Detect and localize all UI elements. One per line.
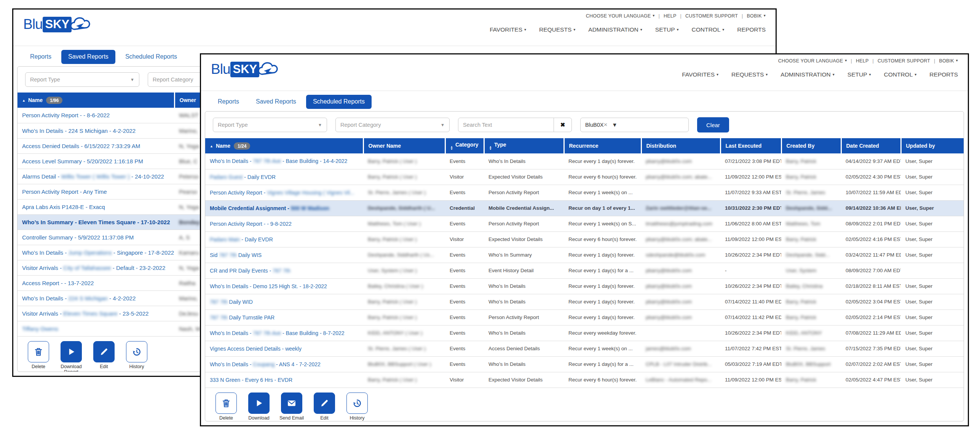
table-row[interactable]: Padaro Main - Daily EVDRBarry, Patrick (… xyxy=(205,231,964,247)
nav-item-help[interactable]: HELP xyxy=(664,13,676,19)
report-name-link[interactable]: Visitor Arrivals - City of Tallahassee -… xyxy=(18,260,174,275)
report-name-link[interactable]: Person Activity Report - Vignes Village … xyxy=(205,185,363,200)
report-name-link[interactable]: Controller Summary - 5/9/2022 11:37:08 P… xyxy=(18,230,174,245)
nav-item-favorites[interactable]: FAVORITES▾ xyxy=(490,26,526,33)
report-name-link[interactable]: Access Level Summary - 5/20/2022 1:16:18… xyxy=(18,153,174,169)
nav-item-choose-your-language[interactable]: CHOOSE YOUR LANGUAGE▾ xyxy=(586,13,655,19)
report-name-link[interactable]: Apra Labs Axis P1428-E - Exacq xyxy=(18,199,174,214)
nav-item-bobik[interactable]: BOBIK▾ xyxy=(939,58,958,64)
column-header-name[interactable]: ▲Name1/24 xyxy=(205,138,363,153)
table-row[interactable]: Person Activity Report - Vignes Village … xyxy=(205,185,964,200)
report-name-link[interactable]: Alarms Detail - Willis Tower ( Willis To… xyxy=(18,169,174,184)
table-row[interactable]: Who’s In Details - Coupang - ANS 4 - 7-2… xyxy=(205,356,964,372)
report-name-link[interactable]: Who’s In Details - 787 7th Ave - Base Bu… xyxy=(205,153,363,169)
tab-scheduled-reports[interactable]: Scheduled Reports xyxy=(118,50,184,64)
table-row[interactable]: Mobile Credential Assignment - 500 W Mad… xyxy=(205,200,964,216)
delete-button[interactable] xyxy=(28,341,49,362)
table-row[interactable]: Who’s In Details - 787 7th Ave - Base Bu… xyxy=(205,153,964,169)
download-report-button[interactable] xyxy=(248,393,270,414)
report-name-link[interactable]: 787 7th Daily WID xyxy=(205,294,363,310)
report-type-select[interactable]: Report Type ▼ xyxy=(213,118,327,132)
table-row[interactable]: 333 N Green - Every 6 Hrs - EVDRBarry, P… xyxy=(205,372,964,388)
table-row[interactable]: 787 7th Daily WIDBarry, Patrick ( User )… xyxy=(205,294,964,310)
report-name-link[interactable]: Person Activity Report - Any Time xyxy=(18,184,174,199)
report-name-link[interactable]: Padaro Main - Daily EVDR xyxy=(205,231,363,247)
tab-reports[interactable]: Reports xyxy=(23,50,58,64)
column-header-updated-by[interactable]: Updated by xyxy=(901,138,964,153)
report-name-link[interactable]: 333 N Green - Every 6 Hrs - EVDR xyxy=(205,372,363,388)
report-type-select[interactable]: Report Type ▼ xyxy=(25,72,139,87)
nav-item-requests[interactable]: REQUESTS▾ xyxy=(731,71,768,78)
download-report-button[interactable] xyxy=(61,341,82,362)
nav-item-setup[interactable]: SETUP▾ xyxy=(848,71,871,78)
report-name-link[interactable]: Vignes Access Denied Details - weekly xyxy=(205,341,363,356)
report-name-link[interactable]: Access Report - - 13-7-2022 xyxy=(18,275,174,290)
report-name-link[interactable]: Who’s In Details - 787 7th Ave - Base Bu… xyxy=(205,325,363,341)
tab-scheduled-reports[interactable]: Scheduled Reports xyxy=(306,95,372,109)
column-header-owner-name[interactable]: Owner Name xyxy=(363,138,445,153)
nav-item-setup[interactable]: SETUP▾ xyxy=(655,26,679,33)
report-name-link[interactable]: Who’s In Summary - Eleven Times Square -… xyxy=(18,214,174,230)
report-name-link[interactable]: Mobile Credential Assignment - 500 W Mad… xyxy=(205,200,363,216)
edit-button[interactable] xyxy=(93,341,115,362)
column-header-category[interactable]: ▲▼Category xyxy=(445,138,484,153)
report-name-link[interactable]: Padaro Guest - Daily EVDR xyxy=(205,169,363,185)
clear-filters-button[interactable]: Clear xyxy=(697,117,729,132)
nav-item-customer-support[interactable]: CUSTOMER SUPPORT xyxy=(685,13,738,19)
report-name-link[interactable]: Who’s In Details - Demo 125 High St. - 1… xyxy=(205,278,363,294)
nav-item-choose-your-language[interactable]: CHOOSE YOUR LANGUAGE▾ xyxy=(778,58,847,64)
column-header-distribution[interactable]: Distribution xyxy=(641,138,720,153)
tab-saved-reports[interactable]: Saved Reports xyxy=(249,95,303,109)
nav-item-control[interactable]: CONTROL▾ xyxy=(692,26,725,33)
nav-item-bobik[interactable]: BOBIK▾ xyxy=(747,13,766,19)
table-row[interactable]: Padaro Guest - Daily EVDRBarry, Patrick … xyxy=(205,169,964,185)
nav-item-administration[interactable]: ADMINISTRATION▾ xyxy=(588,26,642,33)
report-name-link[interactable]: Access Denied Details - 6/15/2022 7:33:2… xyxy=(18,138,174,153)
table-row[interactable]: Who’s In Details - 787 7th Ave - Base Bu… xyxy=(205,325,964,341)
report-name-link[interactable]: Tiffany Owens xyxy=(18,321,174,336)
clear-search-button[interactable]: ✖ xyxy=(554,118,572,132)
delete-button[interactable] xyxy=(215,393,237,414)
table-row[interactable]: Person Activity Report - - 9-8-2022Matth… xyxy=(205,216,964,231)
nav-item-requests[interactable]: REQUESTS▾ xyxy=(539,26,575,33)
tab-saved-reports[interactable]: Saved Reports xyxy=(61,50,115,64)
column-header-recurrence[interactable]: Recurrence xyxy=(564,138,641,153)
report-name-link[interactable]: Who’s In Details - 224 S Michigan - 4-2-… xyxy=(18,123,174,138)
report-name-link[interactable]: Who’s In Details - 224 S Michigan - 4-2-… xyxy=(18,290,174,306)
nav-item-help[interactable]: HELP xyxy=(856,58,868,64)
column-header-name[interactable]: ▲Name1/96 xyxy=(18,93,174,108)
table-row[interactable]: Sid 787 7th Daily WISDeshpande, Siddhart… xyxy=(205,247,964,263)
report-name-link[interactable]: 787 7th Daily Turnstile PAR xyxy=(205,310,363,325)
tab-reports[interactable]: Reports xyxy=(211,95,246,109)
company-select[interactable]: BluB0X ×▼ xyxy=(580,118,689,132)
nav-item-reports[interactable]: REPORTS xyxy=(737,26,766,33)
nav-item-customer-support[interactable]: CUSTOMER SUPPORT xyxy=(878,58,930,64)
redacted-text: Barry, Patrick xyxy=(786,299,816,305)
nav-item-administration[interactable]: ADMINISTRATION▾ xyxy=(780,71,835,78)
column-header-date-created[interactable]: Date Created xyxy=(841,138,901,153)
nav-item-favorites[interactable]: FAVORITES▾ xyxy=(682,71,718,78)
history-button[interactable] xyxy=(346,393,368,414)
report-name-link[interactable]: Who’s In Details - Coupang - ANS 4 - 7-2… xyxy=(205,356,363,372)
edit-button[interactable] xyxy=(314,393,335,414)
column-header-created-by[interactable]: Created By xyxy=(781,138,841,153)
report-name-link[interactable]: Sid 787 7th Daily WIS xyxy=(205,247,363,263)
nav-item-reports[interactable]: REPORTS xyxy=(929,71,958,78)
report-category-select[interactable]: Report Category ▼ xyxy=(335,118,450,132)
history-button[interactable] xyxy=(126,341,147,362)
report-name-link[interactable]: Who’s In Details - Jump Operations - Sin… xyxy=(18,245,174,260)
clear-selection-icon[interactable]: × xyxy=(603,121,607,129)
search-input[interactable] xyxy=(458,118,554,132)
report-name-link[interactable]: Visitor Arrivals - Eleven Times Square -… xyxy=(18,306,174,321)
report-name-link[interactable]: Person Activity Report - - 8-6-2022 xyxy=(18,108,174,123)
nav-item-control[interactable]: CONTROL▾ xyxy=(884,71,917,78)
column-header-last-executed[interactable]: Last Executed xyxy=(720,138,781,153)
report-name-link[interactable]: CR and PR Daily Events - 787 7th xyxy=(205,263,363,278)
table-row[interactable]: CR and PR Daily Events - 787 7thUser, Sy… xyxy=(205,263,964,278)
table-row[interactable]: Who’s In Details - Demo 125 High St. - 1… xyxy=(205,278,964,294)
report-name-link[interactable]: Person Activity Report - - 9-8-2022 xyxy=(205,216,363,231)
column-header-type[interactable]: ▲▼Type xyxy=(484,138,564,153)
table-row[interactable]: Vignes Access Denied Details - weeklySt.… xyxy=(205,341,964,356)
send-email-button[interactable] xyxy=(281,393,302,414)
table-row[interactable]: 787 7th Daily Turnstile PARBarry, Patric… xyxy=(205,310,964,325)
